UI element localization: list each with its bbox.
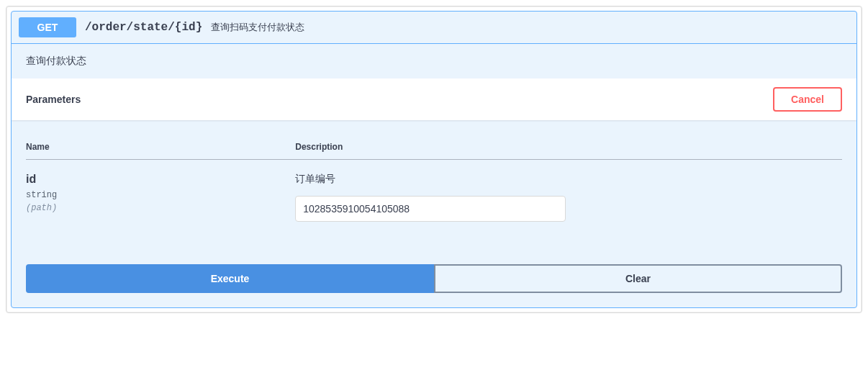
operation-summary[interactable]: GET /order/state/{id} 查询扫码支付付款状态 — [12, 12, 856, 44]
execute-button[interactable]: Execute — [26, 264, 434, 293]
operation-description: 查询付款状态 — [12, 44, 856, 78]
cancel-button[interactable]: Cancel — [773, 87, 842, 112]
clear-button[interactable]: Clear — [434, 264, 842, 293]
param-type: string — [26, 190, 295, 200]
parameter-row: id string (path) 订单编号 — [26, 160, 842, 240]
param-name: id — [26, 173, 295, 186]
operation-summary-text: 查询扫码支付付款状态 — [211, 21, 304, 34]
param-description: 订单编号 — [295, 173, 842, 186]
column-header-name: Name — [26, 135, 295, 160]
outer-frame: GET /order/state/{id} 查询扫码支付付款状态 查询付款状态 … — [6, 6, 862, 313]
parameters-header: Parameters Cancel — [12, 78, 856, 120]
parameters-table: Name Description id string (path) 订单编号 — [26, 135, 842, 239]
column-header-description: Description — [295, 135, 842, 160]
param-in: (path) — [26, 203, 295, 213]
param-value-input[interactable] — [295, 196, 566, 222]
operation-block: GET /order/state/{id} 查询扫码支付付款状态 查询付款状态 … — [11, 11, 857, 308]
parameters-title: Parameters — [26, 94, 81, 105]
action-buttons: Execute Clear — [12, 239, 856, 307]
operation-path: /order/state/{id} — [85, 21, 202, 34]
http-method-badge: GET — [19, 17, 76, 37]
